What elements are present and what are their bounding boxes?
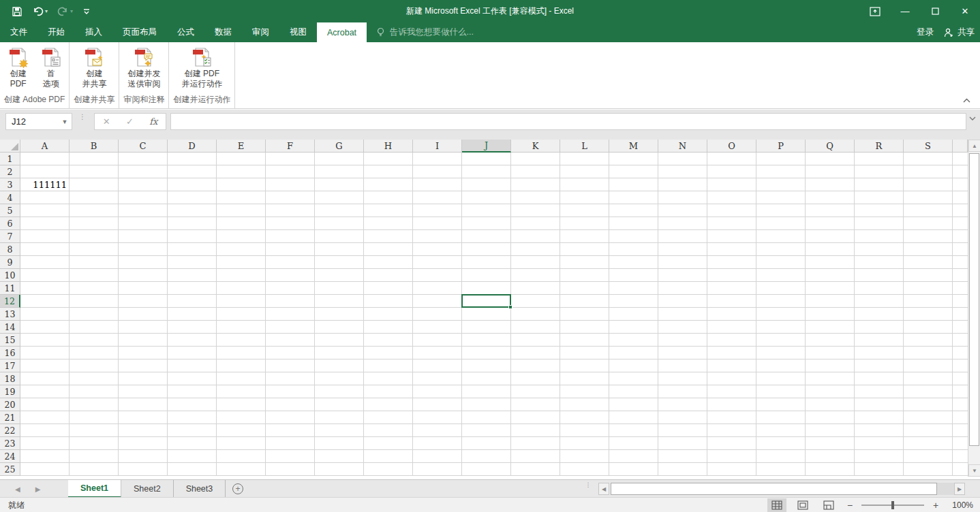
tab-insert[interactable]: 插入 <box>75 22 112 42</box>
cell-F1[interactable] <box>266 153 315 165</box>
row-header-9[interactable]: 9 <box>0 256 20 269</box>
cell-C11[interactable] <box>119 282 168 295</box>
cell-G15[interactable] <box>315 334 364 347</box>
cell-A22[interactable] <box>20 424 70 437</box>
cell-S24[interactable] <box>904 450 953 463</box>
cell-L23[interactable] <box>560 437 609 450</box>
cell-A21[interactable] <box>20 411 70 424</box>
cell-E16[interactable] <box>217 347 266 359</box>
cell-I8[interactable] <box>413 243 462 256</box>
cell-R25[interactable] <box>855 463 904 476</box>
formula-bar-grip[interactable]: ⋮ <box>79 115 86 119</box>
cell-K8[interactable] <box>511 243 560 256</box>
cell-partial[interactable] <box>953 450 968 463</box>
undo-button[interactable]: ▾ <box>29 3 51 20</box>
create-and-share-button[interactable]: 创建 并共享 <box>78 44 110 90</box>
cell-C1[interactable] <box>119 153 168 165</box>
cell-G10[interactable] <box>315 269 364 282</box>
cell-C24[interactable] <box>119 450 168 463</box>
cell-R1[interactable] <box>855 153 904 165</box>
cell-K11[interactable] <box>511 282 560 295</box>
cell-S18[interactable] <box>904 372 953 385</box>
cell-J9[interactable] <box>462 256 511 269</box>
cell-E1[interactable] <box>217 153 266 165</box>
cell-E15[interactable] <box>217 334 266 347</box>
cell-O20[interactable] <box>707 398 756 411</box>
cell-Q16[interactable] <box>806 347 855 359</box>
undo-dropdown-icon[interactable]: ▾ <box>45 8 48 14</box>
column-header-H[interactable]: H <box>364 140 413 153</box>
cell-S6[interactable] <box>904 217 953 230</box>
cell-E20[interactable] <box>217 398 266 411</box>
select-all-corner[interactable] <box>0 140 20 153</box>
cell-S25[interactable] <box>904 463 953 476</box>
sheet-prev-icon[interactable]: ◀ <box>15 485 20 493</box>
row-header-8[interactable]: 8 <box>0 243 20 256</box>
cell-G18[interactable] <box>315 372 364 385</box>
cell-R13[interactable] <box>855 308 904 321</box>
cell-partial[interactable] <box>953 204 968 217</box>
column-header-R[interactable]: R <box>855 140 904 153</box>
create-pdf-run-action-button[interactable]: 创建 PDF 并运行动作 <box>177 44 226 90</box>
cell-partial[interactable] <box>953 243 968 256</box>
cell-F4[interactable] <box>266 191 315 204</box>
cell-P13[interactable] <box>756 308 806 321</box>
cell-M17[interactable] <box>609 359 658 372</box>
cell-R4[interactable] <box>855 191 904 204</box>
cell-H4[interactable] <box>364 191 413 204</box>
cell-H13[interactable] <box>364 308 413 321</box>
cell-O7[interactable] <box>707 230 756 243</box>
cell-R15[interactable] <box>855 334 904 347</box>
cell-D25[interactable] <box>168 463 217 476</box>
cell-N19[interactable] <box>658 385 707 398</box>
zoom-slider-handle[interactable] <box>891 501 894 509</box>
cell-A11[interactable] <box>20 282 70 295</box>
cell-D9[interactable] <box>168 256 217 269</box>
cell-H2[interactable] <box>364 165 413 178</box>
cell-F13[interactable] <box>266 308 315 321</box>
cell-M6[interactable] <box>609 217 658 230</box>
redo-dropdown-icon[interactable]: ▾ <box>70 8 73 14</box>
cell-E5[interactable] <box>217 204 266 217</box>
cell-B9[interactable] <box>70 256 119 269</box>
cell-E3[interactable] <box>217 178 266 191</box>
cell-G5[interactable] <box>315 204 364 217</box>
cell-K6[interactable] <box>511 217 560 230</box>
cell-J3[interactable] <box>462 178 511 191</box>
cell-G17[interactable] <box>315 359 364 372</box>
cell-Q23[interactable] <box>806 437 855 450</box>
cancel-icon[interactable]: ✕ <box>103 116 110 127</box>
cell-K3[interactable] <box>511 178 560 191</box>
cell-J13[interactable] <box>462 308 511 321</box>
cell-P15[interactable] <box>756 334 806 347</box>
row-header-11[interactable]: 11 <box>0 282 20 295</box>
cell-D19[interactable] <box>168 385 217 398</box>
cell-B7[interactable] <box>70 230 119 243</box>
cell-R11[interactable] <box>855 282 904 295</box>
cell-I5[interactable] <box>413 204 462 217</box>
cell-K13[interactable] <box>511 308 560 321</box>
cell-A19[interactable] <box>20 385 70 398</box>
cell-D24[interactable] <box>168 450 217 463</box>
cell-D2[interactable] <box>168 165 217 178</box>
cell-O8[interactable] <box>707 243 756 256</box>
column-header-F[interactable]: F <box>266 140 315 153</box>
cell-G11[interactable] <box>315 282 364 295</box>
cell-Q7[interactable] <box>806 230 855 243</box>
cell-N11[interactable] <box>658 282 707 295</box>
cell-J11[interactable] <box>462 282 511 295</box>
cell-I1[interactable] <box>413 153 462 165</box>
cell-N22[interactable] <box>658 424 707 437</box>
cell-G16[interactable] <box>315 347 364 359</box>
cell-P25[interactable] <box>756 463 806 476</box>
cell-partial[interactable] <box>953 153 968 165</box>
cell-O10[interactable] <box>707 269 756 282</box>
cell-L9[interactable] <box>560 256 609 269</box>
cell-N15[interactable] <box>658 334 707 347</box>
cell-K16[interactable] <box>511 347 560 359</box>
cell-J21[interactable] <box>462 411 511 424</box>
cell-G20[interactable] <box>315 398 364 411</box>
cell-J5[interactable] <box>462 204 511 217</box>
cell-S17[interactable] <box>904 359 953 372</box>
cell-R9[interactable] <box>855 256 904 269</box>
